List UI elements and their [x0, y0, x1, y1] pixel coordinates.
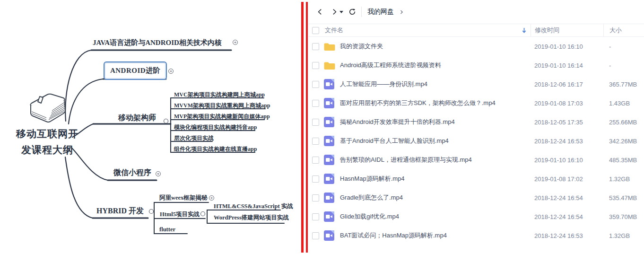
mindmap-root-node: 移动互联网开 发课程大纲 — [4, 126, 91, 158]
file-row[interactable]: 面对应用层初不穷的第三方SDK，架构师改怎么做？.mp4 2019-01-08 … — [308, 94, 644, 113]
node-wordpress: WordPress搭建网站项目实战 — [214, 214, 289, 222]
file-modified: 2018-12-24 16:54 — [534, 194, 583, 201]
file-size: 255.66MB — [609, 119, 637, 126]
folder-icon — [324, 41, 335, 52]
file-row[interactable]: 基于Android平台人工智能人脸识别.mp4 2018-12-24 16:53… — [308, 131, 644, 150]
root-title-line1: 移动互联网开 — [4, 126, 91, 142]
row-checkbox[interactable] — [312, 194, 319, 201]
file-row[interactable]: 人工智能应用——身份识别.mp4 2018-12-06 16:17 365.77… — [308, 75, 644, 94]
history-dropdown-caret-icon[interactable] — [339, 11, 343, 13]
node-architect-child: MVP架构项目实战构建新闻自媒体app — [174, 113, 270, 121]
file-name[interactable]: 面对应用层初不穷的第三方SDK，架构师改怎么做？.mp4 — [340, 99, 496, 107]
file-modified: 2019-01-08 17:02 — [534, 175, 583, 183]
file-name[interactable]: HasnMap源码解析.mp4 — [340, 175, 405, 183]
select-all-checkbox[interactable] — [312, 27, 319, 34]
file-size: - — [609, 62, 611, 69]
sort-descending-icon[interactable] — [522, 27, 527, 34]
file-modified: 2019-01-10 16:10 — [534, 157, 583, 164]
file-row[interactable]: 告别繁琐的AIDL，进程通信框架原理与实现.mp4 2019-01-10 16:… — [308, 150, 644, 169]
expand-icon[interactable] — [168, 69, 174, 74]
node-wechat: 微信小程序 — [113, 168, 151, 178]
forward-button[interactable] — [329, 7, 339, 17]
file-name[interactable]: BAT面试必问；HasnMap源码解析.mp4 — [340, 231, 447, 240]
node-java: JAVA语言进阶与ANDROID相关技术内核 — [93, 38, 222, 47]
row-checkbox[interactable] — [312, 175, 319, 183]
node-architect-child: 组件化项目实战构建在线直播app — [174, 145, 257, 153]
toolbar-divider — [361, 7, 362, 17]
row-checkbox[interactable] — [312, 43, 319, 50]
node-architect-child: MVC架构项目实战构建网上商城app — [174, 91, 265, 99]
file-modified: 2018-12-24 16:54 — [534, 213, 583, 220]
file-size: 342.26MB — [609, 138, 637, 145]
expand-icon[interactable] — [233, 40, 238, 45]
file-name[interactable]: 人工智能应用——身份识别.mp4 — [340, 80, 427, 88]
breadcrumb-arrow-icon — [400, 9, 404, 15]
file-name[interactable]: Android高级工程师系统进阶视频资料 — [340, 61, 441, 70]
file-name[interactable]: 我的资源文件夹 — [340, 42, 383, 51]
file-list: 我的资源文件夹 2019-01-10 16:10 - Android高级工程师系… — [308, 37, 644, 245]
file-name[interactable]: 揭秘Android开发效率提升十倍的利器.mp4 — [340, 118, 455, 126]
file-name[interactable]: 告别繁琐的AIDL，进程通信框架原理与实现.mp4 — [340, 156, 472, 164]
expand-icon[interactable] — [209, 195, 214, 201]
header-name-label[interactable]: 文件名 — [325, 26, 343, 35]
file-size: 365.77MB — [609, 81, 637, 88]
chevron-left-icon — [319, 9, 321, 14]
file-modified: 2018-12-06 16:17 — [534, 81, 583, 88]
mindmap-panel: 移动互联网开 发课程大纲 JAVA语言进阶与ANDROID相关技术内核 ANDR… — [0, 0, 303, 254]
file-name[interactable]: Glide加载gif优化.mp4 — [340, 212, 399, 221]
file-size: 485.35MB — [609, 157, 637, 164]
file-size: 1.32GB — [609, 232, 630, 239]
row-checkbox[interactable] — [312, 100, 319, 107]
file-row[interactable]: Glide加载gif优化.mp4 2018-12-24 16:54 359.70… — [308, 207, 644, 226]
collapse-icon[interactable] — [201, 212, 205, 216]
header-size-label: 大小 — [609, 26, 622, 35]
refresh-icon — [348, 8, 356, 16]
file-row[interactable]: 揭秘Android开发效率提升十倍的利器.mp4 2018-12-05 17:3… — [308, 113, 644, 131]
video-file-icon — [324, 79, 335, 89]
header-size-column[interactable]: 大小 — [603, 24, 644, 36]
expand-icon[interactable] — [156, 171, 161, 176]
node-architect-child: MVVM架构项目实战重构网上商城app — [174, 102, 270, 110]
file-size: 535.47MB — [609, 194, 637, 201]
video-file-icon — [324, 155, 335, 165]
collapse-icon[interactable] — [164, 119, 168, 123]
row-checkbox[interactable] — [312, 213, 319, 220]
book-illustration — [24, 91, 69, 127]
file-size: - — [609, 43, 611, 50]
file-row[interactable]: Android高级工程师系统进阶视频资料 2019-01-10 16:14 - — [308, 56, 644, 75]
file-row[interactable]: HasnMap源码解析.mp4 2019-01-08 17:02 1.32GB — [308, 169, 644, 188]
row-checkbox[interactable] — [312, 157, 319, 164]
header-modified-column[interactable]: 修改时间 — [531, 24, 603, 36]
node-weex: 阿里weex框架揭秘 — [159, 194, 207, 202]
video-file-icon — [324, 174, 335, 184]
breadcrumb[interactable]: 我的网盘 — [367, 8, 394, 16]
row-checkbox[interactable] — [312, 232, 319, 239]
node-architect: 移动架构师 — [118, 113, 156, 123]
refresh-button[interactable] — [347, 7, 357, 17]
video-file-icon — [324, 136, 335, 146]
file-modified: 2019-01-10 16:10 — [534, 43, 583, 50]
row-checkbox[interactable] — [312, 138, 319, 145]
node-android-label: ANDROID进阶 — [110, 66, 160, 75]
file-modified: 2019-01-10 16:14 — [534, 62, 583, 69]
node-hybrid: HYBRID 开发 — [96, 206, 144, 216]
collapse-icon[interactable] — [149, 210, 154, 214]
video-file-icon — [324, 230, 335, 241]
row-checkbox[interactable] — [312, 81, 319, 88]
back-button[interactable] — [315, 7, 325, 17]
file-size: 359.70MB — [609, 213, 637, 220]
row-checkbox[interactable] — [312, 62, 319, 69]
row-checkbox[interactable] — [312, 119, 319, 126]
header-modified-label: 修改时间 — [535, 26, 559, 35]
file-name[interactable]: Gradle到底怎么了.mp4 — [340, 193, 403, 202]
video-file-icon — [324, 98, 335, 108]
file-row[interactable]: 我的资源文件夹 2019-01-10 16:10 - — [308, 37, 644, 56]
file-size: 1.43GB — [609, 100, 630, 107]
file-modified: 2018-12-24 16:53 — [534, 138, 583, 145]
file-row[interactable]: BAT面试必问；HasnMap源码解析.mp4 2018-12-24 16:53… — [308, 226, 644, 245]
file-name[interactable]: 基于Android平台人工智能人脸识别.mp4 — [340, 137, 449, 145]
folder-icon — [324, 60, 335, 70]
red-annotation-divider — [301, 2, 308, 253]
node-flutter: flutter — [159, 226, 175, 233]
file-row[interactable]: Gradle到底怎么了.mp4 2018-12-24 16:54 535.47M… — [308, 188, 644, 207]
